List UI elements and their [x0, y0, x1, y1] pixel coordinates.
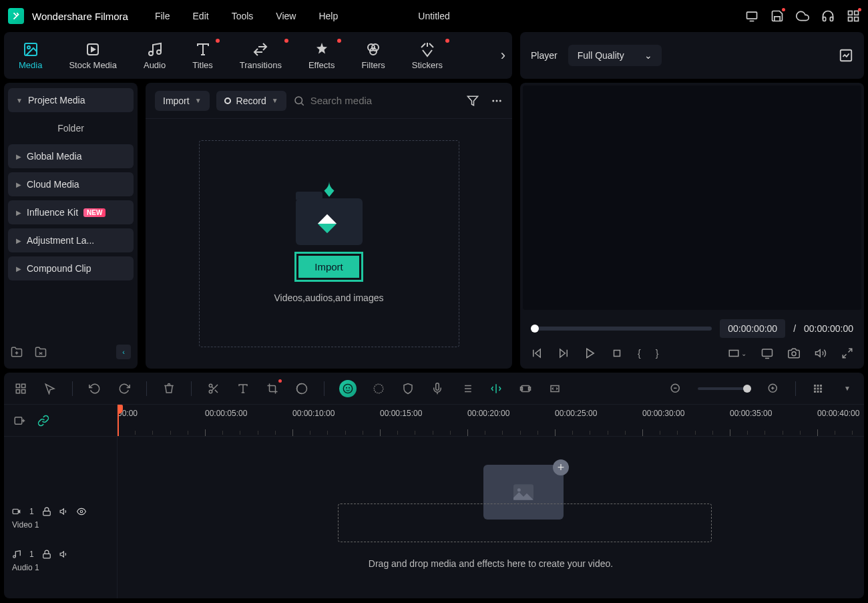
widgets-icon[interactable] [13, 381, 28, 396]
sidebar-folder[interactable]: Folder [8, 116, 134, 140]
timeline-drop-target[interactable] [338, 504, 712, 542]
apps-icon[interactable] [847, 9, 860, 23]
zoom-knob[interactable] [743, 385, 751, 393]
sidebar-global-media[interactable]: ▶Global Media [8, 144, 134, 168]
more-options-icon[interactable] [491, 95, 503, 107]
mute-icon[interactable] [59, 507, 69, 516]
sidebar-influence-kit[interactable]: ▶Influence KitNEW [8, 200, 134, 224]
tab-filters[interactable]: Filters [361, 41, 385, 70]
volume-icon[interactable] [815, 347, 827, 359]
delete-folder-icon[interactable] [35, 346, 47, 358]
display-icon[interactable] [761, 347, 773, 359]
visibility-icon[interactable] [77, 507, 86, 516]
menu-tools[interactable]: Tools [232, 11, 254, 21]
tab-audio[interactable]: Audio [144, 41, 166, 70]
stop-icon[interactable] [611, 347, 623, 359]
delete-icon[interactable] [162, 381, 176, 396]
list-icon[interactable] [459, 381, 474, 396]
aspect-icon[interactable]: ⌄ [728, 347, 746, 359]
menu-file[interactable]: File [155, 11, 170, 21]
timeline-tracks[interactable]: + Drag and drop media and effects here t… [118, 437, 864, 598]
screen-icon[interactable] [745, 9, 758, 23]
speed-icon[interactable] [371, 381, 386, 396]
sidebar-label: Cloud Media [27, 179, 79, 190]
next-frame-icon[interactable] [558, 347, 570, 359]
mark-out-icon[interactable]: } [656, 348, 659, 359]
search-input[interactable] [310, 95, 404, 106]
more-tabs-icon[interactable]: › [501, 47, 505, 64]
import-button-highlight: Import [294, 252, 363, 282]
zoom-slider[interactable] [698, 387, 751, 390]
video-track-header[interactable]: 1 Video 1 [4, 497, 117, 540]
import-dropzone[interactable]: Import Videos,audios,and images [199, 140, 459, 347]
sidebar-project-media[interactable]: ▼Project Media [8, 88, 134, 112]
link-icon[interactable] [37, 415, 49, 427]
menu-help[interactable]: Help [318, 11, 338, 21]
svg-point-22 [295, 97, 302, 104]
tab-stickers[interactable]: Stickers [412, 41, 443, 70]
redo-icon[interactable] [117, 381, 132, 396]
chevron-down-icon: ⌄ [644, 50, 652, 61]
tab-transitions[interactable]: Transitions [240, 41, 282, 70]
tab-media[interactable]: Media [19, 41, 42, 70]
marker-icon[interactable] [489, 381, 503, 396]
app-title: Wondershare Filmora [32, 11, 128, 22]
crop-icon[interactable] [265, 381, 280, 396]
svg-marker-30 [560, 349, 566, 357]
svg-point-16 [370, 48, 377, 55]
filter-icon[interactable] [467, 95, 479, 107]
add-track-icon[interactable] [13, 415, 25, 427]
color-icon[interactable] [294, 381, 309, 396]
sidebar-compound-clip[interactable]: ▶Compound Clip [8, 256, 134, 280]
lock-icon[interactable] [42, 550, 51, 559]
mark-in-icon[interactable]: { [638, 348, 641, 359]
view-mode-chevron[interactable]: ▼ [840, 381, 855, 396]
menu-edit[interactable]: Edit [193, 11, 209, 21]
pointer-icon[interactable] [43, 381, 57, 396]
text-icon[interactable] [236, 381, 250, 396]
seek-knob[interactable] [531, 325, 539, 333]
shield-icon[interactable] [401, 381, 415, 396]
view-mode-icon[interactable] [811, 381, 825, 396]
new-folder-icon[interactable] [11, 346, 23, 358]
waveform-icon[interactable] [839, 48, 853, 63]
play-icon[interactable] [584, 347, 596, 359]
fullscreen-icon[interactable] [841, 347, 853, 359]
collapse-sidebar-button[interactable]: ‹ [116, 345, 131, 359]
sidebar-adjustment-layer[interactable]: ▶Adjustment La... [8, 228, 134, 252]
fit-icon[interactable] [548, 381, 562, 396]
import-dropdown[interactable]: Import▼ [155, 91, 210, 111]
zoom-out-icon[interactable] [668, 381, 683, 396]
new-badge: NEW [83, 208, 105, 217]
seek-bar[interactable] [531, 327, 712, 331]
cut-icon[interactable] [206, 381, 221, 396]
import-button[interactable]: Import [298, 256, 359, 278]
quality-select[interactable]: Full Quality ⌄ [568, 45, 662, 66]
headphones-icon[interactable] [821, 9, 835, 23]
tab-titles[interactable]: Titles [192, 41, 213, 70]
tab-effects[interactable]: Effects [308, 41, 335, 70]
cloud-icon[interactable] [796, 9, 809, 23]
zoom-in-icon[interactable] [766, 381, 781, 396]
svg-rect-81 [820, 391, 822, 393]
lock-icon[interactable] [42, 507, 51, 516]
sidebar-cloud-media[interactable]: ▶Cloud Media [8, 172, 134, 196]
snapshot-icon[interactable] [788, 347, 800, 359]
save-icon[interactable] [771, 9, 784, 23]
mute-icon[interactable] [59, 550, 69, 559]
undo-icon[interactable] [87, 381, 102, 396]
mic-icon[interactable] [430, 381, 445, 396]
tab-stock-media[interactable]: Stock Media [69, 41, 117, 70]
quality-value: Full Quality [578, 50, 624, 61]
playhead[interactable] [118, 405, 119, 436]
tab-stickers-label: Stickers [412, 60, 443, 70]
ai-icon[interactable] [339, 380, 357, 397]
menu-view[interactable]: View [276, 11, 296, 21]
svg-marker-24 [468, 96, 478, 106]
time-ruler[interactable]: 00:00 00:00:05:00 00:00:10:00 00:00:15:0… [118, 405, 864, 436]
audio-track-header[interactable]: 1 Audio 1 [4, 540, 117, 582]
time-separator: / [793, 323, 796, 334]
prev-frame-icon[interactable] [531, 347, 543, 359]
record-dropdown[interactable]: Record▼ [216, 91, 286, 111]
keyframe-icon[interactable] [518, 381, 533, 396]
